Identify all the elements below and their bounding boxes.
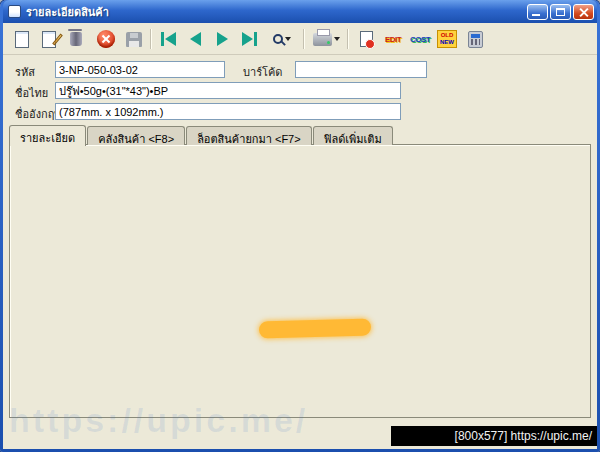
new-record-button[interactable] [9,26,35,52]
code-field[interactable]: 3-NP-050-03-02 [55,61,225,78]
tab-details[interactable]: รายละเอียด [9,125,86,146]
toolbar-separator [150,29,151,49]
toolbar-separator [347,29,348,49]
last-record-button[interactable] [236,26,262,52]
toolbar: EDIT COST OLDNEW [3,23,597,55]
cancel-button[interactable] [93,26,119,52]
print-button[interactable] [308,26,344,52]
next-record-icon [217,32,228,46]
name-th-label: ชื่อไทย [15,84,48,102]
delete-record-button[interactable] [63,26,89,52]
cost-button[interactable]: COST [407,26,433,52]
next-record-button[interactable] [209,26,235,52]
redaction-highlight [259,319,371,339]
maximize-icon [556,8,565,16]
close-button[interactable] [573,4,594,20]
client-area: EDIT COST OLDNEW รหัส 3-NP-050-03-02 บาร… [3,23,597,449]
cancel-icon [97,30,115,48]
previous-record-icon [190,32,201,46]
first-record-icon [161,32,176,46]
last-record-icon [242,32,257,46]
cost-badge-icon: COST [410,35,430,44]
edit-mode-button[interactable]: EDIT [380,26,406,52]
printer-icon [313,33,332,46]
old-new-button[interactable]: OLDNEW [434,26,460,52]
save-floppy-icon [126,32,142,47]
chevron-down-icon [334,37,340,41]
tab-lot-carryover[interactable]: ล็อตสินค้ายกมา <F7> [186,126,312,145]
new-document-icon [15,31,29,48]
calculator-button[interactable] [462,26,488,52]
details-panel [9,144,591,418]
previous-record-button[interactable] [182,26,208,52]
first-record-button[interactable] [155,26,181,52]
tab-warehouse[interactable]: คลังสินค้า <F8> [87,126,185,145]
app-window: รายละเอียดสินค้า EDIT COST O [0,0,600,452]
minimize-button[interactable] [527,4,548,20]
close-icon [579,8,588,17]
minimize-icon [532,14,540,16]
calculator-icon [468,31,483,48]
barcode-field[interactable] [295,61,427,78]
barcode-label: บาร์โค้ด [243,63,282,81]
edit-badge-icon: EDIT [385,35,401,44]
tab-extra-fields[interactable]: ฟิลด์เพิ่มเติม [313,126,393,145]
name-th-field[interactable]: ปรู๊ฟ•50g•(31"*43")•BP [55,82,401,99]
tab-strip: รายละเอียด คลังสินค้า <F8> ล็อตสินค้ายกม… [9,124,393,145]
document-badge-icon [360,31,373,47]
chevron-down-icon [285,37,291,41]
window-title: รายละเอียดสินค้า [26,3,522,21]
watermark-bar: [800x577] https://upic.me/ [391,426,597,446]
find-button[interactable] [264,26,300,52]
edit-record-button[interactable] [36,26,62,52]
save-button[interactable] [121,26,147,52]
window-icon [8,5,21,18]
old-new-badge-icon: OLDNEW [437,30,457,48]
maximize-button[interactable] [550,4,571,20]
search-icon [273,34,283,44]
edit-icon [42,31,56,48]
document-status-button[interactable] [353,26,379,52]
code-label: รหัส [15,63,35,81]
trash-icon [70,32,82,46]
titlebar[interactable]: รายละเอียดสินค้า [3,0,597,23]
toolbar-separator [303,29,304,49]
name-en-field[interactable]: (787mm. x 1092mm.) [55,103,401,120]
